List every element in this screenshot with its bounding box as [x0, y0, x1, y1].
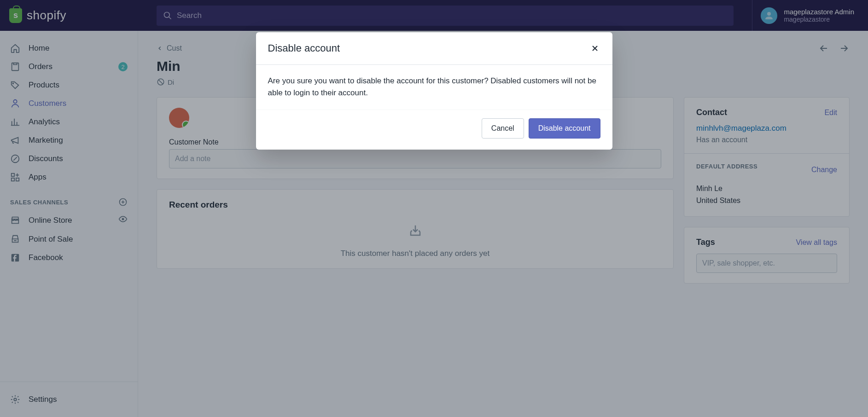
modal-body-text: Are you sure you want to disable the acc… [256, 65, 612, 110]
cancel-button[interactable]: Cancel [482, 118, 524, 139]
disable-account-modal: Disable account Are you sure you want to… [256, 32, 612, 150]
close-icon [590, 44, 600, 53]
modal-title: Disable account [268, 42, 340, 54]
modal-close-button[interactable] [589, 43, 600, 54]
disable-account-button[interactable]: Disable account [529, 118, 600, 139]
